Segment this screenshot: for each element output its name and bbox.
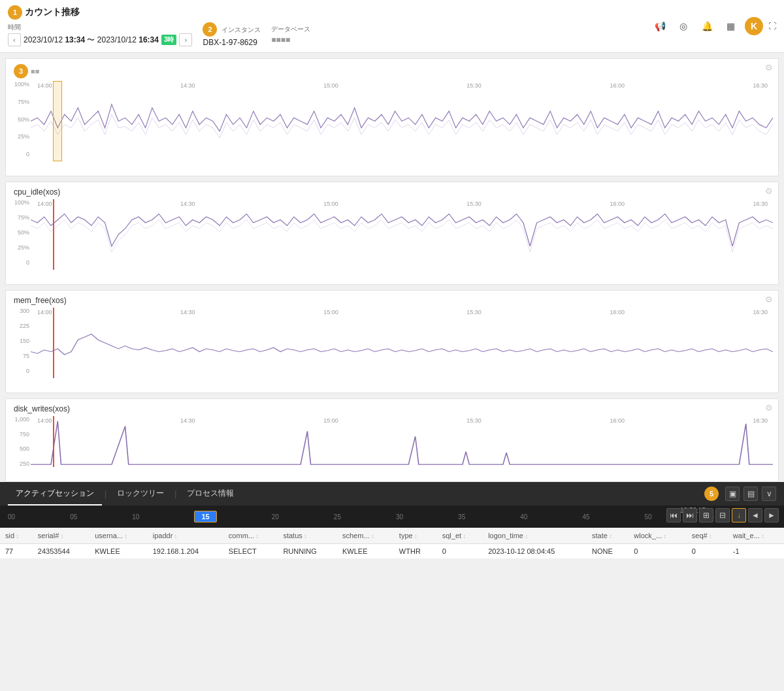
chart1-svg-wrapper <box>31 81 773 161</box>
header-controls: 時間 ‹ 2023/10/12 13:34 〜 2023/10/12 16:34… <box>8 22 310 47</box>
cpu-idle-svg-wrapper <box>31 199 773 270</box>
table-row: 77 24353544 KWLEE 192.168.1.204 SELECT R… <box>0 544 784 559</box>
location-icon[interactable]: ◎ <box>674 17 693 35</box>
page-title: カウント推移 <box>25 7 80 18</box>
instance-section: 2 インスタンス DBX-1-97-8629 <box>203 22 261 47</box>
cell-sid: 77 <box>0 544 33 559</box>
monitor2-icon[interactable]: ▤ <box>743 487 758 501</box>
col-command[interactable]: comm... <box>223 528 278 544</box>
time-prev-button[interactable]: ‹ <box>8 33 21 46</box>
mem-free-gear-icon[interactable]: ⚙ <box>765 295 773 304</box>
col-seq[interactable]: seq# <box>687 528 728 544</box>
tab-lock-tree[interactable]: ロックツリー <box>109 483 172 506</box>
header-icons: 📢 ◎ 🔔 ▦ K ⛶ <box>651 17 776 35</box>
cell-command: SELECT <box>223 544 278 559</box>
filter-btn[interactable]: ⊟ <box>715 508 730 522</box>
expand-icon[interactable]: ⛶ <box>768 22 776 31</box>
header-title-row: 1 カウント推移 <box>8 5 310 20</box>
bell-icon[interactable]: 🔔 <box>698 17 716 35</box>
col-sid[interactable]: sid <box>0 528 33 544</box>
disk-writes-gear-icon[interactable]: ⚙ <box>765 403 773 413</box>
cell-ipaddr: 192.168.1.204 <box>148 544 223 559</box>
badge-3h: 3時 <box>161 35 177 45</box>
table-body: 77 24353544 KWLEE 192.168.1.204 SELECT R… <box>0 544 784 559</box>
mem-free-y-axis: 300 225 150 75 0 <box>11 308 31 374</box>
cell-type: WTHR <box>394 544 437 559</box>
time-section: 時間 ‹ 2023/10/12 13:34 〜 2023/10/12 16:34… <box>8 23 192 46</box>
cell-sql-et: 0 <box>437 544 483 559</box>
tab-active-session[interactable]: アクティブセッション <box>8 483 102 506</box>
badge-3: 3 <box>14 64 28 78</box>
cell-schema: KWLEE <box>337 544 394 559</box>
chart1-gear-icon[interactable]: ⚙ <box>765 63 773 72</box>
timeline-current[interactable]: 15 <box>194 511 216 522</box>
rewind-btn[interactable]: ⏮ <box>666 508 681 522</box>
timeline-numbers: 00 05 10 15 20 25 30 35 40 45 50 55 60 <box>5 511 779 522</box>
col-serial[interactable]: serial# <box>33 528 90 544</box>
arrow-left-btn[interactable]: ◄ <box>748 508 762 522</box>
col-state[interactable]: state <box>587 528 629 544</box>
cell-wlock: 0 <box>629 544 687 559</box>
bottom-right-controls: 5 ▣ ▤ ∨ <box>704 487 776 501</box>
cell-seq: 0 <box>687 544 728 559</box>
instance-label: 2 インスタンス <box>203 22 261 37</box>
grid-btn[interactable]: ⊞ <box>699 508 713 522</box>
chart1-area: 100% 75% 50% 25% 0 14:00 14:30 15:00 <box>6 81 778 176</box>
layout-icon[interactable]: ▦ <box>721 17 740 35</box>
mem-free-area: 300 225 150 75 0 14:00 14:30 15:00 15:30… <box>6 308 778 393</box>
db-value: ■■■■ <box>271 35 310 44</box>
charts-container: 3 ■■ ⚙ 100% 75% 50% 25% 0 <box>0 58 784 482</box>
time-next-button[interactable]: › <box>179 33 192 46</box>
table-header-row: sid serial# userna... ipaddr comm... sta… <box>0 528 784 544</box>
mem-free-svg-wrapper <box>31 308 773 378</box>
chart1-y-axis: 100% 75% 50% 25% 0 <box>11 81 31 157</box>
disk-writes-area: 1,000 750 500 250 14:00 14:30 15:00 15:3… <box>6 416 778 481</box>
col-status[interactable]: status <box>278 528 337 544</box>
disk-writes-y-axis: 1,000 750 500 250 <box>11 416 31 467</box>
chart1-title: ■■ <box>31 67 39 75</box>
chevron-down-icon[interactable]: ∨ <box>762 487 776 501</box>
table-container: sid serial# userna... ipaddr comm... sta… <box>0 528 784 559</box>
table-header: sid serial# userna... ipaddr comm... sta… <box>0 528 784 544</box>
cpu-idle-title: cpu_idle(xos) <box>6 187 778 199</box>
timeline-controls: ⏮ ⏭ ⊞ ⊟ ↓ ◄ ► <box>666 508 779 522</box>
tab-separator-2: | <box>172 489 179 498</box>
badge-5: 5 <box>704 487 719 501</box>
chart-panel-cpu-idle: cpu_idle(xos) ⚙ 100% 75% 50% 25% 0 14:00… <box>5 182 779 285</box>
col-wait-e[interactable]: wait_e... <box>728 528 784 544</box>
download-btn[interactable]: ↓ <box>732 508 746 522</box>
fast-forward-btn[interactable]: ⏭ <box>683 508 697 522</box>
cpu-idle-y-axis: 100% 75% 50% 25% 0 <box>11 199 31 266</box>
disk-writes-title: disk_writes(xos) <box>6 404 778 416</box>
cell-state: NONE <box>587 544 629 559</box>
time-range: ‹ 2023/10/12 13:34 〜 2023/10/12 16:34 3時… <box>8 33 192 46</box>
tab-separator-1: | <box>102 489 109 498</box>
col-schema[interactable]: schem... <box>337 528 394 544</box>
mem-free-title: mem_free(xos) <box>6 296 778 308</box>
bottom-panel: アクティブセッション | ロックツリー | プロセス情報 5 ▣ ▤ ∨ 13:… <box>0 482 784 559</box>
col-sql-et[interactable]: sql_et <box>437 528 483 544</box>
chart-panel-mem-free: mem_free(xos) ⚙ 300 225 150 75 0 14:00 1… <box>5 290 779 393</box>
chart-panel-1: 3 ■■ ⚙ 100% 75% 50% 25% 0 <box>5 58 779 176</box>
cell-serial: 24353544 <box>33 544 90 559</box>
db-section: データベース ■■■■ <box>271 25 310 44</box>
col-wlock[interactable]: wlock_... <box>629 528 687 544</box>
badge-1: 1 <box>8 5 22 20</box>
col-username[interactable]: userna... <box>90 528 148 544</box>
disk-writes-svg-wrapper <box>31 416 773 467</box>
col-logon-time[interactable]: logon_time <box>483 528 587 544</box>
session-table: sid serial# userna... ipaddr comm... sta… <box>0 528 784 559</box>
col-ipaddr[interactable]: ipaddr <box>148 528 223 544</box>
cell-logon-time: 2023-10-12 08:04:45 <box>483 544 587 559</box>
chart-panel-disk-writes: disk_writes(xos) ⚙ 1,000 750 500 250 14:… <box>5 398 779 482</box>
cpu-idle-gear-icon[interactable]: ⚙ <box>765 186 773 196</box>
time-label: 時間 <box>8 23 192 32</box>
tab-process-info[interactable]: プロセス情報 <box>179 483 242 506</box>
arrow-right-btn[interactable]: ► <box>764 508 779 522</box>
user-icon[interactable]: K <box>745 17 763 35</box>
col-type[interactable]: type <box>394 528 437 544</box>
megaphone-icon[interactable]: 📢 <box>651 17 669 35</box>
badge-2: 2 <box>203 22 217 37</box>
monitor1-icon[interactable]: ▣ <box>725 487 740 501</box>
instance-value: DBX-1-97-8629 <box>203 38 261 47</box>
